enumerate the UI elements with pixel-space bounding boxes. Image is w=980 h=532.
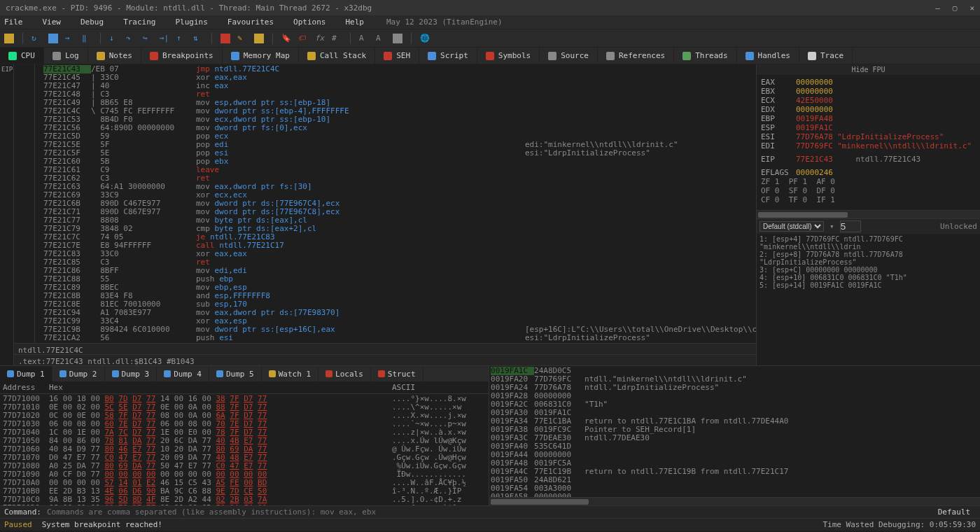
unlock-label[interactable]: Unlocked [940,222,977,231]
disassembly-panel: 77E21C43/EB 07 jmp ntdll.77E21C4C77E21C4… [14,64,756,365]
tab-handles[interactable]: Handles [737,48,799,64]
globe-icon[interactable]: 🌐 [420,34,430,43]
menu-file[interactable]: File [4,18,23,27]
stack-view[interactable]: 0019FA1C24A8D0C50019FA2077D769FCntdll."m… [489,366,980,497]
label-icon[interactable]: 🏷 [298,34,308,43]
status-paused: Paused [4,520,32,529]
edit-icon[interactable]: ✎ [237,34,247,43]
menu-options[interactable]: Options [293,18,326,27]
arg-count-input[interactable] [840,220,861,232]
status-message: System breakpoint reached! [42,520,162,529]
callconv-select[interactable]: Default (stdcall) [760,221,824,232]
close-icon[interactable]: ✕ [969,4,974,13]
command-input[interactable] [47,507,927,517]
menu-favourites[interactable]: Favourites [227,18,274,27]
minimize-icon[interactable]: — [935,4,940,13]
run-icon[interactable]: → [65,34,75,43]
tab-seh[interactable]: SEH [375,48,419,64]
tab-symbols[interactable]: Symbols [477,48,540,64]
menu-view[interactable]: View [43,18,62,27]
status-bar: Paused System breakpoint reached! Time W… [0,518,980,531]
tab-notes[interactable]: Notes [88,48,141,64]
restart-icon[interactable]: ↻ [31,34,41,43]
tab-trace[interactable]: Trace [799,48,853,64]
run-to-icon[interactable]: →| [160,34,169,43]
menu-debug[interactable]: Debug [80,18,104,27]
hash-icon[interactable]: # [332,34,342,43]
build-date: May 12 2023 (TitanEngine) [386,18,503,27]
dump-tab-dump-1[interactable]: Dump 1 [0,366,52,382]
breakpoint-gutter[interactable] [35,64,43,343]
tab-threads[interactable]: Threads [674,48,736,64]
command-label: Command: [4,507,41,517]
default-button[interactable]: Default [932,507,976,517]
reg-scrollbar[interactable] [757,210,980,218]
tab-cpu[interactable]: CPU [0,48,44,64]
jump-arrows [14,64,35,343]
tab-call-stack[interactable]: Call Stack [299,48,375,64]
tab-source[interactable]: Source [540,48,598,64]
comment-icon[interactable] [254,34,264,43]
fx-icon[interactable]: fx [315,34,325,43]
open-icon[interactable] [4,34,14,43]
toolbar: ↻ → ‖ ↓ ↷ ↪ →| ↑ ⇅ ✎ 🔖 🏷 fx # A A 🌐 [0,29,980,48]
bookmark-icon[interactable]: 🔖 [281,34,291,43]
trace-icon[interactable]: ⇅ [193,34,203,43]
font-icon[interactable]: A [359,34,369,43]
patch-icon[interactable] [220,34,230,43]
argument-list[interactable]: 1: [esp+4] 77D769FC ntdll.77D769FC "mink… [757,234,980,366]
registers-panel[interactable]: EAX00000000EBX00000000ECX42E50000EDX0000… [757,75,980,210]
tab-references[interactable]: References [598,48,674,64]
maximize-icon[interactable]: ▢ [953,4,958,13]
dump-tabs: Dump 1Dump 2Dump 3Dump 4Dump 5Watch 1Loc… [0,366,489,382]
dump-tab-dump-4[interactable]: Dump 4 [157,366,209,382]
info-bar-1: ntdll.77E21C4C [14,343,756,354]
step-out-icon[interactable]: ↪ [143,34,153,43]
view-tabs: CPULogNotesBreakpointsMemory MapCall Sta… [0,48,980,64]
menu-plugins[interactable]: Plugins [175,18,207,27]
dump-tab-struct[interactable]: Struct [371,366,424,382]
time-wasted: Time Wasted Debugging: 0:05:59:30 [822,520,976,529]
info-bar-2: .text:77E21C43 ntdll.dll:$B1C43 #B1043 [14,354,756,365]
dump-header: Address Hex ASCII [0,382,489,394]
menu-help[interactable]: Help [345,18,364,27]
menu-bar: FileViewDebugTracingPluginsFavouritesOpt… [0,15,980,29]
tab-log[interactable]: Log [44,48,88,64]
dump-tab-dump-3[interactable]: Dump 3 [105,366,158,382]
calc-icon[interactable] [393,34,402,43]
stop-icon[interactable] [48,34,58,43]
tab-memory-map[interactable]: Memory Map [223,48,299,64]
call-convention-bar: Default (stdcall) ▾ Unlocked [757,218,980,234]
tab-script[interactable]: Script [419,48,477,64]
title-bar: crackme.exe - PID: 9496 - Module: ntdll.… [0,0,980,15]
dump-tab-dump-5[interactable]: Dump 5 [209,366,262,382]
command-bar: Command: Default [0,505,980,518]
step-up-icon[interactable]: ↑ [176,34,186,43]
hide-fpu-button[interactable]: Hide FPU [757,64,980,75]
dump-tab-locals[interactable]: Locals [318,366,371,382]
eip-indicator: EIP [0,64,14,365]
dump-tab-dump-2[interactable]: Dump 2 [52,366,105,382]
step-into-icon[interactable]: ↓ [109,34,119,43]
pause-icon[interactable]: ‖ [82,34,92,43]
stack-scrollbar[interactable] [489,497,980,505]
window-title: crackme.exe - PID: 9496 - Module: ntdll.… [6,4,372,13]
hex-dump[interactable]: 77D7100016 00 18 00 B0 7D D7 77 14 00 16… [0,394,489,505]
step-over-icon[interactable]: ↷ [126,34,136,43]
menu-tracing[interactable]: Tracing [123,18,155,27]
tab-breakpoints[interactable]: Breakpoints [141,48,223,64]
dump-tab-watch-1[interactable]: Watch 1 [262,366,318,382]
font2-icon[interactable]: A [376,34,386,43]
comment-column: edi:"minkernel\\ntdll\\ldrinit.c"esi:"Ld… [525,64,756,343]
disassembly-rows[interactable]: 77E21C43/EB 07 jmp ntdll.77E21C4C77E21C4… [43,64,525,343]
